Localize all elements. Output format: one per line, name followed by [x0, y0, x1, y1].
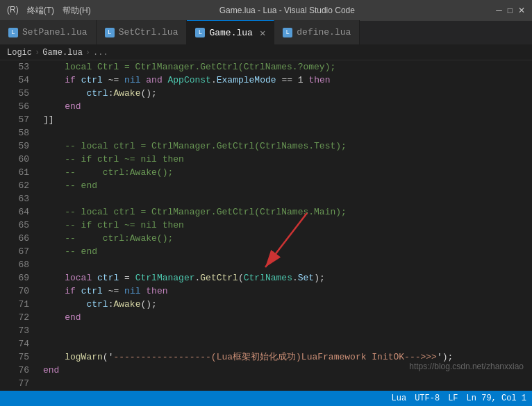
code-line-74	[43, 337, 532, 350]
ln-60: 60	[3, 153, 29, 166]
ln-58: 58	[3, 126, 29, 139]
code-line-56: end	[43, 100, 532, 113]
code-line-64: -- local ctrl = CtrlManager.GetCtrl(Ctrl…	[43, 205, 532, 219]
code-text: local Ctrl = CtrlManager.GetCtrl(CtrlNam…	[43, 60, 335, 74]
ln-53: 53	[3, 60, 29, 74]
code-text: -- ctrl:Awake();	[43, 232, 173, 245]
menu-item-r[interactable]: (R)	[7, 5, 19, 17]
code-text: end	[43, 364, 59, 377]
code-line-57: ]]	[43, 113, 532, 126]
status-right: Lua UTF-8 LF Ln 79, Col 1	[392, 394, 526, 403]
code-line-59: -- local ctrl = CtrlManager.GetCtrl(Ctrl…	[43, 139, 532, 153]
status-bar: Lua UTF-8 LF Ln 79, Col 1	[0, 391, 532, 406]
code-text: -- if ctrl ~= nil then	[43, 153, 184, 166]
minimize-button[interactable]: ─	[496, 6, 502, 15]
code-content[interactable]: local Ctrl = CtrlManager.GetCtrl(CtrlNam…	[36, 60, 532, 391]
ln-69: 69	[3, 271, 29, 285]
tab-define-label: define.lua	[297, 27, 351, 37]
tab-game-close[interactable]: ✕	[260, 27, 265, 39]
code-text: -- if ctrl ~= nil then	[43, 219, 184, 232]
ln-67: 67	[3, 245, 29, 258]
ln-57: 57	[3, 113, 29, 126]
code-text: --测试协同--	[43, 390, 101, 391]
menu-item-terminal[interactable]: 终端(T)	[27, 5, 54, 17]
ln-65: 65	[3, 219, 29, 232]
ln-73: 73	[3, 324, 29, 337]
status-eol[interactable]: LF	[448, 394, 458, 403]
menu-item-help[interactable]: 帮助(H)	[63, 5, 91, 17]
ln-54: 54	[3, 74, 29, 87]
status-language[interactable]: Lua	[392, 394, 407, 403]
code-line-77	[43, 377, 532, 390]
ln-62: 62	[3, 179, 29, 192]
code-line-58	[43, 126, 532, 139]
code-line-53: local Ctrl = CtrlManager.GetCtrl(CtrlNam…	[43, 60, 532, 74]
code-editor: 53 54 55 56 57 58 59 60 61 62 63 64 65 6…	[0, 60, 532, 391]
ln-59: 59	[3, 139, 29, 153]
close-button[interactable]: ✕	[518, 6, 525, 15]
code-text: end	[43, 311, 81, 324]
code-text: -- local ctrl = CtrlManager.GetCtrl(Ctrl…	[43, 205, 347, 219]
window-controls: ─ □ ✕	[483, 6, 525, 15]
ln-66: 66	[3, 232, 29, 245]
code-line-61: -- ctrl:Awake();	[43, 166, 532, 179]
breadcrumb-ellipsis: ...	[93, 48, 108, 58]
ln-77: 77	[3, 377, 29, 390]
code-line-67: -- end	[43, 245, 532, 258]
tab-setpanel[interactable]: L SetPanel.lua	[0, 20, 97, 44]
lua-icon: L	[8, 28, 18, 37]
maximize-button[interactable]: □	[508, 6, 513, 15]
code-line-66: -- ctrl:Awake();	[43, 232, 532, 245]
code-line-65: -- if ctrl ~= nil then	[43, 219, 532, 232]
code-text	[43, 126, 49, 139]
status-position[interactable]: Ln 79, Col 1	[467, 394, 526, 403]
lua-icon: L	[105, 28, 115, 37]
breadcrumb-sep2: ›	[85, 48, 90, 58]
code-text: end	[43, 100, 81, 113]
breadcrumb-sep1: ›	[35, 48, 40, 58]
code-line-60: -- if ctrl ~= nil then	[43, 153, 532, 166]
ln-70: 70	[3, 285, 29, 298]
ln-71: 71	[3, 298, 29, 311]
watermark-text: https://blog.csdn.net/zhanxxiao	[409, 362, 524, 371]
ln-61: 61	[3, 166, 29, 179]
code-text: -- local ctrl = CtrlManager.GetCtrl(Ctrl…	[43, 139, 347, 153]
lua-icon: L	[195, 28, 205, 37]
tab-game-label: Game.lua	[209, 28, 252, 38]
code-text	[43, 377, 49, 390]
tab-setctrl[interactable]: L SetCtrl.lua	[97, 20, 188, 44]
ln-74: 74	[3, 337, 29, 350]
ln-63: 63	[3, 192, 29, 205]
code-line-68	[43, 258, 532, 271]
tab-game[interactable]: L Game.lua ✕	[187, 20, 274, 44]
code-text	[43, 324, 49, 337]
tab-define[interactable]: L define.lua	[274, 20, 360, 44]
code-text	[43, 192, 49, 205]
breadcrumb: Logic › Game.lua › ...	[0, 45, 532, 60]
title-bar: (R) 终端(T) 帮助(H) Game.lua - Lua - Visual …	[0, 0, 532, 21]
tab-setctrl-label: SetCtrl.lua	[119, 27, 178, 37]
code-text	[43, 337, 49, 350]
ln-55: 55	[3, 87, 29, 100]
breadcrumb-logic[interactable]: Logic	[7, 48, 32, 58]
ln-68: 68	[3, 258, 29, 271]
code-text: ctrl:Awake();	[43, 298, 157, 311]
status-encoding[interactable]: UTF-8	[415, 394, 440, 403]
code-line-55: ctrl:Awake();	[43, 87, 532, 100]
breadcrumb-game[interactable]: Game.lua	[42, 48, 83, 58]
code-text	[43, 258, 49, 271]
code-line-69: local ctrl = CtrlManager.GetCtrl(CtrlNam…	[43, 271, 532, 285]
code-text: ctrl:Awake();	[43, 87, 157, 100]
window-title: Game.lua - Lua - Visual Studio Code	[219, 6, 355, 15]
ln-78: 78	[3, 390, 29, 391]
lua-icon: L	[283, 28, 292, 37]
code-text: ]]	[43, 113, 54, 126]
code-line-72: end	[43, 311, 532, 324]
code-line-70: if ctrl ~= nil then	[43, 285, 532, 298]
code-text: -- end	[43, 179, 97, 192]
line-numbers: 53 54 55 56 57 58 59 60 61 62 63 64 65 6…	[0, 60, 36, 391]
code-line-54: if ctrl ~= nil and AppConst.ExampleMode …	[43, 74, 532, 87]
ln-75: 75	[3, 350, 29, 364]
menu-bar[interactable]: (R) 终端(T) 帮助(H)	[7, 5, 91, 17]
ln-72: 72	[3, 311, 29, 324]
